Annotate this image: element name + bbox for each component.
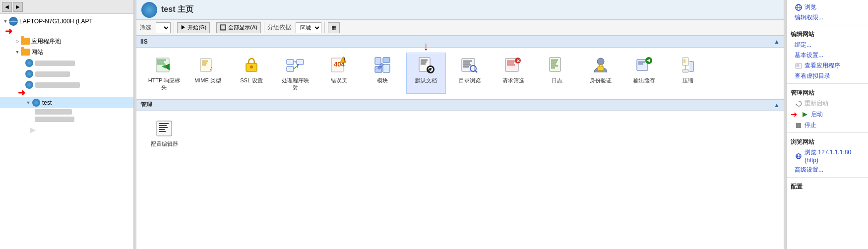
tree-item-websites[interactable]: ▼ 网站: [0, 47, 133, 58]
icon-item-output-cache[interactable]: 输出缓存: [624, 53, 664, 94]
management-section: 管理 ▲: [136, 99, 784, 155]
icon-item-default-doc[interactable]: ↓ 默认文档: [406, 53, 446, 94]
svg-rect-51: [551, 67, 555, 68]
right-action-view-app[interactable]: 查看应用程序: [787, 61, 868, 71]
icon-item-compression[interactable]: 压缩: [668, 53, 708, 94]
mime-label: MIME 类型: [194, 77, 221, 84]
stop-icon: [795, 122, 803, 129]
icon-item-dir-browse[interactable]: 目录浏览: [450, 53, 490, 94]
svg-line-39: [475, 70, 477, 72]
right-panel: 浏览 编辑权限... 编辑网站 绑定... 基本设置... 查看应用程序 查看虚…: [786, 0, 868, 249]
icon-item-request-filter[interactable]: ✕ 请求筛选: [494, 53, 533, 94]
toolbar-forward-button[interactable]: ▶: [13, 2, 23, 12]
tree-item-server[interactable]: ▼ LAPTOP-N7G1J00H (LAPT: [0, 16, 133, 27]
right-action-browse[interactable]: 浏览: [787, 2, 868, 12]
tree-item-test[interactable]: ▼ test: [0, 97, 133, 108]
tree-item-sub-blurred-1[interactable]: [0, 108, 133, 116]
page-title: test 主页: [161, 4, 193, 15]
svg-rect-70: [159, 131, 166, 132]
tree-item-apppool[interactable]: ▷ 应用程序池: [0, 36, 133, 47]
left-toolbar: ◀ ▶: [0, 0, 133, 14]
icon-item-http-response[interactable]: HTTP 响应标头: [144, 53, 184, 94]
logging-label: 日志: [552, 77, 562, 84]
filter-select[interactable]: [156, 22, 171, 33]
svg-marker-77: [803, 112, 807, 117]
tree-item-blurred-1[interactable]: [0, 58, 133, 68]
right-action-basic-settings[interactable]: 基本设置...: [787, 50, 868, 61]
right-action-edit-rights[interactable]: 编辑权限...: [787, 12, 868, 23]
edit-site-title: 编辑网站: [787, 27, 868, 40]
apppool-label: 应用程序池: [31, 37, 61, 46]
right-action-start[interactable]: ➜ 启动: [787, 109, 868, 120]
view-app-icon: [795, 62, 803, 70]
manage-site-title: 管理网站: [787, 86, 868, 98]
svg-line-18: [294, 66, 297, 69]
right-divider-1: [787, 25, 868, 25]
auth-icon: [591, 55, 611, 75]
right-action-advanced-settings[interactable]: 高级设置...: [787, 165, 868, 175]
icon-item-mime[interactable]: ♪ MIME 类型: [188, 53, 228, 94]
iis-icon-grid: HTTP 响应标头 ♪ MI: [144, 53, 776, 94]
icon-item-handler[interactable]: 处理程序映射: [275, 53, 315, 94]
server-label: LAPTOP-N7G1J00H (LAPT: [19, 18, 93, 25]
icon-item-logging[interactable]: 日志: [537, 53, 577, 94]
show-all-button[interactable]: 🔲 全部显示(A): [216, 22, 261, 33]
right-action-view-virtual[interactable]: 查看虚拟目录: [787, 71, 868, 81]
modules-icon: [372, 55, 392, 75]
main-header: test 主页: [136, 0, 784, 20]
right-action-bindings[interactable]: 绑定...: [787, 40, 868, 50]
iis-section: IIS ▲: [136, 36, 784, 99]
right-action-stop[interactable]: 停止: [787, 120, 868, 130]
content-area: IIS ▲: [136, 36, 784, 249]
websites-label: 网站: [31, 48, 43, 57]
request-filter-label: 请求筛选: [502, 77, 524, 84]
icon-item-auth[interactable]: 身份验证: [581, 53, 620, 94]
right-action-restart[interactable]: 重新启动: [787, 98, 868, 109]
right-divider-3: [787, 132, 868, 133]
config-title: 配置: [787, 180, 868, 192]
view-button[interactable]: ▦: [328, 22, 340, 33]
right-action-browse-127[interactable]: 浏览 127.1.1.1:80 (http): [787, 147, 868, 165]
svg-rect-15: [287, 66, 294, 71]
tree-item-blurred-2[interactable]: [0, 68, 133, 79]
mime-icon: ♪: [198, 55, 218, 75]
svg-rect-42: [507, 62, 514, 63]
management-section-header[interactable]: 管理 ▲: [136, 99, 784, 111]
toolbar-separator-1: [174, 22, 174, 33]
tree-item-sub-blurred-2[interactable]: [0, 116, 133, 123]
svg-rect-14: [297, 60, 304, 64]
stop-label: 停止: [805, 121, 816, 129]
tree-arrow-apppool: ▷: [14, 38, 21, 45]
group-select[interactable]: 区域: [296, 22, 321, 33]
management-icon-grid: 配置编辑器: [144, 116, 776, 150]
svg-rect-61: [683, 62, 685, 62]
svg-rect-48: [551, 62, 557, 62]
output-cache-label: 输出缓存: [633, 77, 655, 84]
websites-icon: [21, 48, 30, 57]
iis-collapse-btn[interactable]: ▲: [774, 38, 780, 45]
site-icon-2: [25, 69, 34, 78]
icon-item-ssl[interactable]: SSL 设置: [232, 53, 271, 94]
svg-rect-67: [159, 125, 167, 126]
iis-section-header[interactable]: IIS ▲: [136, 36, 784, 48]
svg-rect-1: [157, 60, 166, 61]
icon-item-modules[interactable]: 模块: [363, 53, 402, 94]
toolbar-back-button[interactable]: ◀: [2, 2, 12, 12]
auth-label: 身份验证: [590, 77, 612, 84]
management-section-label: 管理: [140, 101, 152, 109]
config-editor-icon: [154, 119, 174, 138]
svg-rect-23: [375, 58, 381, 64]
svg-rect-9: [202, 64, 206, 65]
svg-rect-29: [421, 60, 428, 61]
group-label: 分组依据:: [267, 23, 293, 32]
svg-rect-41: [507, 61, 516, 62]
ssl-label: SSL 设置: [240, 77, 262, 84]
icon-item-config-editor[interactable]: 配置编辑器: [144, 116, 184, 150]
svg-rect-60: [683, 60, 685, 61]
icon-item-error[interactable]: 404 ! 错误页: [319, 53, 359, 94]
management-collapse-btn[interactable]: ▲: [774, 102, 780, 109]
svg-rect-36: [463, 64, 471, 65]
svg-marker-76: [796, 104, 797, 106]
start-button[interactable]: ▶ 开始(G): [177, 22, 210, 33]
svg-rect-30: [421, 62, 427, 62]
